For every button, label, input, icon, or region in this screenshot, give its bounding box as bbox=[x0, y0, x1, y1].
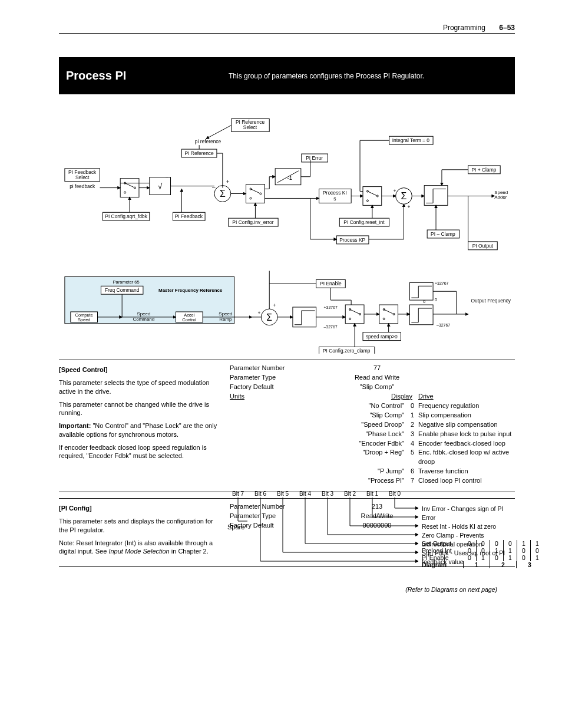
sc-values: 77 Read and Write "Slip Comp" Display Dr… bbox=[336, 364, 515, 486]
pi-config-heading: [PI Config] bbox=[59, 504, 224, 512]
option-num: 0 bbox=[406, 401, 418, 411]
svg-text:Select: Select bbox=[75, 174, 90, 180]
svg-text:-1: -1 bbox=[287, 174, 293, 181]
svg-text:Integral Term = 0: Integral Term = 0 bbox=[392, 137, 430, 143]
svg-text:PI Enable: PI Enable bbox=[320, 281, 342, 286]
option-num: 2 bbox=[406, 420, 418, 430]
svg-text:PI – Clamp: PI – Clamp bbox=[431, 231, 455, 237]
block-diagram: PI Feedback Select pi feedback √ ‾ PI Co… bbox=[59, 112, 515, 354]
pi-config-bit-diagram: Bit 7Bit 6Bit 5Bit 4Bit 3Bit 2Bit 1Bit 0… bbox=[230, 490, 515, 591]
svg-text:pi feedback: pi feedback bbox=[70, 183, 95, 189]
svg-text:PI Feedback: PI Feedback bbox=[175, 213, 203, 219]
svg-text:Process KP: Process KP bbox=[339, 237, 365, 243]
svg-text:PI Config.inv_error: PI Config.inv_error bbox=[232, 219, 273, 225]
svg-line-137 bbox=[350, 309, 359, 314]
svg-text:Process KI: Process KI bbox=[323, 190, 347, 196]
bit-label: Bit 5 bbox=[275, 490, 291, 497]
svg-point-64 bbox=[366, 200, 368, 202]
svg-text:pi reference: pi reference bbox=[195, 139, 222, 144]
option-desc: Frequency regulation bbox=[418, 401, 515, 411]
svg-text:PI + Clamp: PI + Clamp bbox=[471, 167, 496, 173]
option-desc: Negative slip compensation bbox=[418, 420, 515, 430]
option-name: "P Jump" bbox=[336, 467, 406, 476]
bit-label: Bit 6 bbox=[252, 490, 269, 497]
svg-text:s: s bbox=[333, 196, 336, 202]
svg-text:PI Output: PI Output bbox=[472, 243, 494, 249]
option-num: 7 bbox=[406, 476, 418, 486]
svg-text:PI Config.zero_clamp: PI Config.zero_clamp bbox=[323, 348, 371, 354]
svg-line-9 bbox=[125, 183, 134, 187]
svg-point-8 bbox=[134, 187, 136, 189]
option-name: "Phase Lock" bbox=[336, 430, 406, 439]
pc-p2: Note: Reset Integrator (Int) is also ava… bbox=[59, 539, 224, 556]
svg-text:speed ramp>0: speed ramp>0 bbox=[366, 334, 398, 340]
svg-rect-38 bbox=[246, 185, 265, 203]
svg-rect-144 bbox=[409, 305, 433, 325]
svg-text:+: + bbox=[226, 178, 230, 185]
option-name: "Droop + Reg" bbox=[336, 448, 406, 467]
svg-text:Speed: Speed bbox=[78, 317, 91, 322]
option-num: 3 bbox=[406, 430, 418, 439]
svg-text:Speed: Speed bbox=[219, 311, 232, 317]
svg-text:+: + bbox=[273, 302, 276, 308]
sc-p2: This parameter cannot be changed while t… bbox=[59, 400, 224, 417]
svg-text:0: 0 bbox=[435, 298, 437, 302]
option-desc: Enc. fdbk.-closed loop w/ active droop bbox=[418, 448, 515, 467]
option-name: "Speed Droop" bbox=[336, 420, 406, 430]
svg-text:Control: Control bbox=[182, 317, 196, 322]
section-title: Process PI bbox=[59, 57, 156, 94]
bit-desc: Reset Int - Holds KI at zero bbox=[422, 522, 515, 531]
option-name: "Encoder Fdbk" bbox=[336, 439, 406, 449]
option-num: 5 bbox=[406, 448, 418, 467]
bit-desc: Inv Error - Changes sign of PI Error bbox=[422, 505, 515, 522]
svg-text:Ramp: Ramp bbox=[219, 317, 232, 322]
sc-p3: Important: "No Control" and "Phase Lock"… bbox=[59, 421, 224, 439]
svg-text:PI Config.sqrt_fdbk: PI Config.sqrt_fdbk bbox=[105, 213, 147, 219]
svg-text:Adder: Adder bbox=[494, 195, 507, 200]
sc-p4: If encoder feedback closed loop speed re… bbox=[59, 443, 224, 460]
svg-text:Output Frequency: Output Frequency bbox=[471, 298, 511, 304]
svg-line-66 bbox=[368, 192, 376, 196]
svg-rect-139 bbox=[379, 305, 398, 324]
svg-text:√: √ bbox=[158, 182, 163, 191]
option-num: 1 bbox=[406, 411, 418, 420]
svg-text:+: + bbox=[257, 310, 260, 316]
bit-label: Bit 3 bbox=[319, 490, 336, 497]
svg-point-65 bbox=[376, 195, 378, 197]
svg-point-136 bbox=[359, 313, 361, 315]
option-name: "Process PI" bbox=[336, 476, 406, 486]
svg-rect-133 bbox=[345, 305, 364, 324]
svg-text:PI Error: PI Error bbox=[306, 155, 323, 161]
svg-point-141 bbox=[383, 318, 385, 319]
option-desc: Enable phase lock to pulse input bbox=[418, 430, 515, 439]
svg-text:+32767: +32767 bbox=[324, 305, 338, 309]
option-desc: Encoder feedback-closed loop bbox=[418, 439, 515, 449]
speed-control-section: [Speed Control] This parameter selects t… bbox=[59, 360, 515, 492]
truth-row: Preload Int001100 bbox=[422, 547, 544, 554]
svg-line-42 bbox=[250, 189, 259, 193]
svg-text:+: + bbox=[394, 188, 396, 194]
svg-rect-128 bbox=[293, 307, 316, 327]
section-description: This group of parameters configures the … bbox=[220, 67, 432, 85]
option-desc: Slip compensation bbox=[418, 411, 515, 420]
svg-line-143 bbox=[384, 309, 393, 314]
svg-text:–: – bbox=[212, 184, 216, 190]
option-name: "Slip Comp" bbox=[336, 411, 406, 420]
svg-point-135 bbox=[349, 318, 351, 319]
svg-point-41 bbox=[260, 193, 262, 195]
svg-text:Parameter 65: Parameter 65 bbox=[113, 279, 140, 285]
svg-text:‾: ‾ bbox=[166, 176, 168, 183]
svg-text:Σ: Σ bbox=[401, 191, 407, 201]
svg-text:Freq Command: Freq Command bbox=[105, 287, 140, 293]
bit-label: Bit 0 bbox=[386, 490, 403, 497]
svg-text:Σ: Σ bbox=[220, 189, 226, 199]
option-desc: Traverse function bbox=[418, 467, 515, 476]
option-desc: Closed loop PI control bbox=[418, 476, 515, 486]
svg-text:+: + bbox=[407, 204, 410, 210]
svg-line-20 bbox=[206, 125, 232, 139]
pc-p1: This parameter sets and displays the con… bbox=[59, 517, 224, 534]
svg-text:Speed: Speed bbox=[494, 190, 508, 195]
svg-rect-85 bbox=[424, 186, 448, 206]
truth-row: Set Output000011 bbox=[422, 540, 544, 547]
bit-label: Bit 4 bbox=[297, 490, 313, 497]
